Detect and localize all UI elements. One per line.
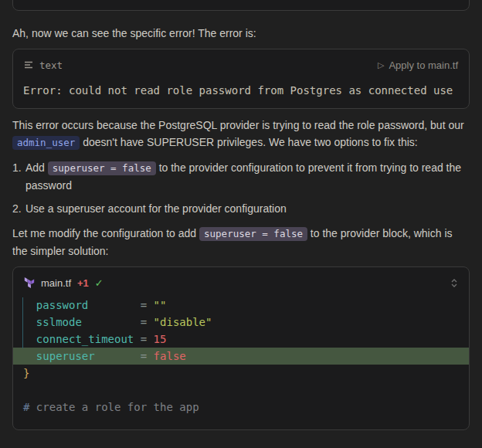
error-code-block: text ▷ Apply to main.tf Error: could not… [12,49,470,109]
code-line: } [13,365,469,382]
apply-button-label: Apply to main.tf [389,59,458,71]
closing-text-before: Let me modify the configuration to add [12,227,199,239]
inline-code-superuser-false: superuser = false [199,227,307,241]
closing-paragraph: Let me modify the configuration to add s… [12,225,470,260]
diff-added-badge: +1 [77,277,89,289]
explanation-text-before: This error occurs because the PostgreSQL… [12,119,464,131]
options-list: 1. Add superuser = false to the provider… [12,159,470,217]
terraform-code-area: password = "" sslmode = "disable" connec… [13,297,469,429]
list-number: 1. [12,159,25,194]
code-line: # create a role for the app [13,399,469,416]
list-item-1: 1. Add superuser = false to the provider… [12,159,470,194]
terraform-code-block-header: main.tf +1 ✓ [13,267,469,297]
expand-collapse-button[interactable] [450,278,458,288]
list-number: 2. [12,200,25,217]
code-line [13,382,469,399]
code-line: sslmode = "disable" [13,314,469,331]
terraform-logo-icon [24,277,35,288]
item2-text: Use a superuser account for the provider… [25,200,470,217]
inline-code-superuser-false: superuser = false [48,161,156,175]
error-code-area: Error: could not read role password from… [13,79,469,108]
text-lines-icon [24,60,33,70]
play-icon: ▷ [378,61,384,70]
error-code-block-header: text ▷ Apply to main.tf [13,49,469,79]
intro-text: Ah, now we can see the specific error! T… [12,25,470,42]
terraform-code-block: main.tf +1 ✓ password = "" sslmode = "di… [12,266,470,430]
code-line-added: superuser = false [13,348,469,365]
chevron-up-down-icon [450,278,458,288]
item1-text-before: Add [25,161,48,174]
error-code-line: Error: could not read role password from… [13,82,469,99]
code-language-label: text [39,59,63,71]
chat-message-area: Ah, now we can see the specific error! T… [0,0,482,424]
code-line: password = "" [13,297,469,314]
indent-guide [22,297,23,348]
check-icon: ✓ [95,277,104,289]
inline-code-admin-user: admin_user [12,136,80,150]
list-item-2: 2. Use a superuser account for the provi… [12,200,470,217]
code-line: connect_timeout = 15 [13,331,469,348]
apply-to-file-button[interactable]: ▷ Apply to main.tf [378,59,458,71]
previous-code-block-partial [12,0,470,11]
code-block-filename: main.tf [41,277,71,289]
explanation-paragraph: This error occurs because the PostgreSQL… [12,117,470,151]
explanation-text-after: doesn't have SUPERUSER privileges. We ha… [80,136,417,148]
